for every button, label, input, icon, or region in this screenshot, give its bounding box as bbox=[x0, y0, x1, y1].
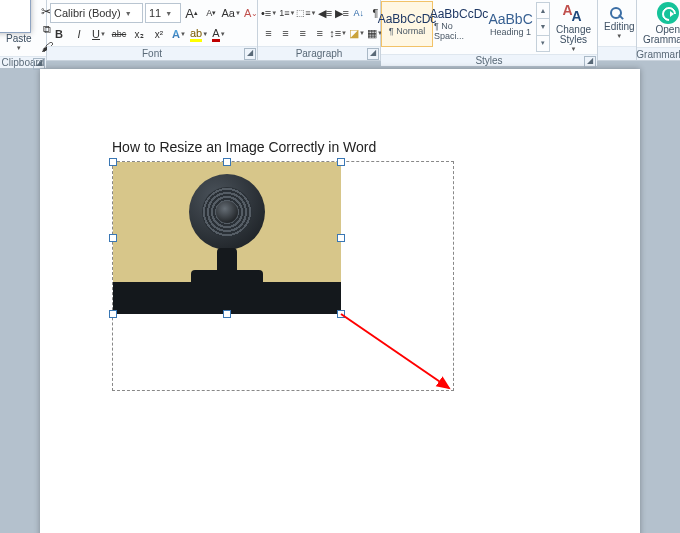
paint-bucket-icon: ◪ bbox=[349, 27, 359, 40]
paste-label: Paste bbox=[6, 34, 32, 44]
increase-indent-button[interactable]: ▶≡ bbox=[334, 4, 349, 22]
numbering-button[interactable]: 1≡▼ bbox=[279, 4, 295, 22]
paste-button[interactable]: Paste ▼ bbox=[0, 0, 38, 56]
font-color-icon: A bbox=[212, 27, 219, 42]
sort-button[interactable]: A↓ bbox=[351, 4, 366, 22]
change-styles-icon bbox=[562, 2, 584, 24]
outdent-icon: ◀≡ bbox=[318, 7, 332, 20]
group-grammarly: Open Grammarly Grammarly bbox=[637, 0, 680, 60]
inserted-image[interactable] bbox=[113, 162, 341, 314]
document-heading: How to Resize an Image Correctly in Word bbox=[112, 139, 568, 155]
group-label-font: Font◢ bbox=[47, 46, 257, 60]
align-right-icon: ≡ bbox=[299, 27, 305, 39]
resize-handle-s[interactable] bbox=[223, 310, 231, 318]
font-color-button[interactable]: A▼ bbox=[210, 25, 228, 43]
align-center-icon: ≡ bbox=[282, 27, 288, 39]
group-font: Calibri (Body)▼ 11▼ A▴ A▾ Aa▼ A⌄ B I U▼ … bbox=[47, 0, 258, 60]
superscript-button[interactable]: x² bbox=[150, 25, 168, 43]
highlight-icon: ab bbox=[190, 27, 202, 42]
group-editing: Editing ▼ bbox=[598, 0, 637, 60]
change-case-button[interactable]: Aa▼ bbox=[222, 4, 240, 22]
underline-button[interactable]: U▼ bbox=[90, 25, 108, 43]
numbering-icon: 1≡ bbox=[279, 8, 289, 18]
chevron-down-icon: ▼ bbox=[616, 33, 622, 39]
subscript-button[interactable]: x₂ bbox=[130, 25, 148, 43]
style-no-spacing[interactable]: AaBbCcDc ¶ No Spaci... bbox=[433, 1, 485, 47]
sort-icon: A↓ bbox=[353, 8, 364, 18]
clipboard-icon bbox=[7, 5, 31, 33]
resize-handle-w[interactable] bbox=[109, 234, 117, 242]
dialog-launcher-icon[interactable]: ◢ bbox=[584, 56, 596, 68]
style-heading-1[interactable]: AaBbC Heading 1 bbox=[485, 1, 536, 47]
align-left-button[interactable]: ≡ bbox=[261, 24, 276, 42]
chevron-down-icon: ▼ bbox=[571, 46, 577, 52]
editing-button[interactable]: Editing ▼ bbox=[598, 0, 641, 46]
group-label-grammarly: Grammarly bbox=[637, 47, 680, 60]
indent-icon: ▶≡ bbox=[335, 7, 349, 20]
grammarly-icon bbox=[657, 2, 679, 24]
font-family-select[interactable]: Calibri (Body)▼ bbox=[50, 3, 143, 23]
multilevel-button[interactable]: ⬚≡▼ bbox=[297, 4, 315, 22]
shading-button[interactable]: ◪▼ bbox=[349, 24, 365, 42]
group-styles: AaBbCcDc ¶ Normal AaBbCcDc ¶ No Spaci...… bbox=[381, 0, 598, 60]
strikethrough-button[interactable]: abc bbox=[110, 25, 128, 43]
line-spacing-icon: ↕≡ bbox=[329, 27, 341, 39]
align-center-button[interactable]: ≡ bbox=[278, 24, 293, 42]
document-workspace[interactable]: How to Resize an Image Correctly in Word bbox=[0, 61, 680, 533]
bullets-icon: •≡ bbox=[261, 7, 271, 19]
group-label-editing bbox=[598, 46, 636, 60]
borders-icon: ▦ bbox=[367, 27, 377, 40]
resize-handle-ne[interactable] bbox=[337, 158, 345, 166]
bold-button[interactable]: B bbox=[50, 25, 68, 43]
resize-handle-e[interactable] bbox=[337, 234, 345, 242]
resize-arrow-annotation bbox=[341, 314, 459, 394]
text-effects-button[interactable]: A▼ bbox=[170, 25, 188, 43]
line-spacing-button[interactable]: ↕≡▼ bbox=[329, 24, 347, 42]
style-normal[interactable]: AaBbCcDc ¶ Normal bbox=[381, 1, 433, 47]
group-label-clipboard: Clipboard◢ bbox=[0, 56, 46, 68]
chevron-down-icon: ▼ bbox=[125, 10, 132, 17]
shrink-font-button[interactable]: A▾ bbox=[202, 4, 220, 22]
text-effects-icon: A bbox=[172, 28, 180, 40]
grow-font-button[interactable]: A▴ bbox=[183, 4, 201, 22]
document-page[interactable]: How to Resize an Image Correctly in Word bbox=[40, 69, 640, 533]
group-paragraph: •≡▼ 1≡▼ ⬚≡▼ ◀≡ ▶≡ A↓ ¶ ≡ ≡ ≡ ≡ ↕≡▼ ◪▼ ▦▼… bbox=[258, 0, 381, 60]
group-clipboard: Paste ▼ ✂ ⧉ 🖌 Clipboard◢ bbox=[0, 0, 47, 60]
ribbon: Paste ▼ ✂ ⧉ 🖌 Clipboard◢ Calibri (Body)▼… bbox=[0, 0, 680, 61]
dialog-launcher-icon[interactable]: ◢ bbox=[244, 48, 256, 60]
chevron-down-icon: ▼ bbox=[165, 10, 172, 17]
resize-handle-sw[interactable] bbox=[109, 310, 117, 318]
svg-line-0 bbox=[341, 314, 449, 388]
multilevel-icon: ⬚≡ bbox=[296, 8, 310, 18]
resize-selection-box[interactable] bbox=[112, 161, 454, 391]
group-label-paragraph: Paragraph◢ bbox=[258, 46, 380, 60]
dialog-launcher-icon[interactable]: ◢ bbox=[367, 48, 379, 60]
font-size-select[interactable]: 11▼ bbox=[145, 3, 181, 23]
justify-button[interactable]: ≡ bbox=[312, 24, 327, 42]
resize-handle-nw[interactable] bbox=[109, 158, 117, 166]
open-grammarly-button[interactable]: Open Grammarly bbox=[637, 0, 680, 47]
highlight-button[interactable]: ab▼ bbox=[190, 25, 208, 43]
justify-icon: ≡ bbox=[316, 27, 322, 39]
bullets-button[interactable]: •≡▼ bbox=[261, 4, 277, 22]
align-left-icon: ≡ bbox=[265, 27, 271, 39]
change-styles-button[interactable]: Change Styles ▼ bbox=[550, 0, 597, 54]
resize-handle-n[interactable] bbox=[223, 158, 231, 166]
webcam-photo bbox=[113, 162, 341, 314]
decrease-indent-button[interactable]: ◀≡ bbox=[317, 4, 332, 22]
find-icon bbox=[608, 7, 630, 21]
eraser-icon: A bbox=[244, 7, 251, 19]
style-gallery-scroll[interactable]: ▲▼▾ bbox=[536, 2, 550, 52]
group-label-styles: Styles◢ bbox=[381, 54, 597, 66]
italic-button[interactable]: I bbox=[70, 25, 88, 43]
chevron-down-icon: ▼ bbox=[16, 45, 22, 51]
align-right-button[interactable]: ≡ bbox=[295, 24, 310, 42]
